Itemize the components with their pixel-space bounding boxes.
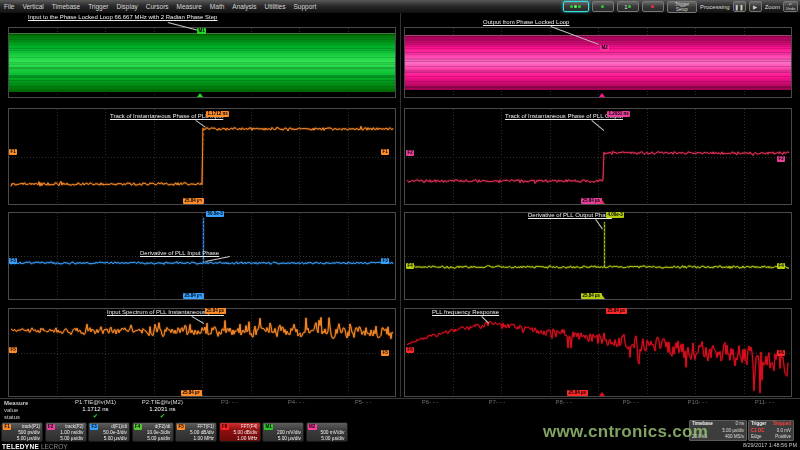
green-dot-icon	[628, 5, 631, 8]
trace-descriptor-f6[interactable]: F6FFT(F4)5.00 dB/div1.00 MHz	[219, 422, 261, 442]
trace-badge: 4.00e-3	[606, 212, 624, 218]
trace-descriptor-f1[interactable]: F1track(P1)500 ps/div5.00 µs/div	[1, 422, 43, 442]
trace-descriptor-m2[interactable]: M2500 mV/div5.00 µs/div	[306, 422, 348, 442]
trace-title: d(F1)/dt	[111, 424, 127, 429]
trace-tab: F5	[177, 424, 185, 430]
trace-badge: F1	[9, 149, 17, 155]
trace-badge: F1	[381, 149, 389, 155]
trace-badge: 25.84 µs	[567, 390, 588, 396]
undo-button[interactable]: ↶ Undo	[783, 1, 798, 12]
trace-tab: F3	[90, 424, 98, 430]
measure-column[interactable]: P8- - -	[530, 399, 597, 421]
trace-tab: F2	[47, 424, 55, 430]
menu-item-measure[interactable]: Measure	[173, 3, 206, 10]
trace-badge: 25.84 µs	[606, 308, 627, 314]
trace-title: FFT(F4)	[241, 424, 258, 429]
trace-badge: F3	[381, 258, 389, 264]
measure-column[interactable]: P10- - -	[664, 399, 731, 421]
menu-item-utilities[interactable]: Utilities	[261, 3, 290, 10]
brand-teledyne: TELEDYNE	[2, 443, 39, 450]
menu-items: FileVerticalTimebaseTriggerDisplayCursor…	[0, 3, 320, 10]
measure-column[interactable]: P5- - -	[330, 399, 397, 421]
trace-badge: 25.84 µs	[205, 308, 226, 314]
trace-hscale: 1.00 MHz	[237, 436, 258, 441]
menu-item-math[interactable]: Math	[206, 3, 228, 10]
measure-row-label: status	[4, 414, 20, 420]
trace-badge: F2	[777, 156, 785, 162]
trace-badge: F5	[9, 347, 17, 353]
trigger-type: Edge	[751, 434, 762, 441]
measure-column[interactable]: P7- - -	[463, 399, 530, 421]
measure-column[interactable]: P11- - -	[731, 399, 798, 421]
processing-label: Processing	[700, 4, 730, 10]
measure-status-check: ✔	[129, 412, 196, 420]
trace-hscale: 5.00 µs/div	[104, 436, 127, 441]
play-button[interactable]: ▶	[749, 1, 762, 12]
timebase-summary-box[interactable]: Timebase 0 ns 5.00 µs/div 20.0 kS 400 MS…	[689, 420, 747, 441]
trace-tab: M2	[308, 424, 317, 430]
panel-label: Track of Instantaneous Phase of PLL Outp…	[505, 113, 623, 119]
trace-badge: 50.0e-3	[206, 211, 224, 217]
toolbar: 1 Trigger Setup Processing ❚❚ ▶ Zoom ↶ U…	[563, 0, 798, 13]
menu-item-file[interactable]: File	[0, 3, 18, 10]
menu-item-trigger[interactable]: Trigger	[84, 3, 112, 10]
measure-column[interactable]: P9- - -	[597, 399, 664, 421]
trace-hscale: 5.00 µs/div	[321, 436, 344, 441]
record-button[interactable]	[642, 1, 664, 12]
trace-badge: 1.1712 ns	[206, 111, 229, 117]
trace-badge: M1	[197, 28, 206, 34]
trace-tab: M1	[264, 424, 273, 430]
trigger-position-marker	[599, 200, 605, 204]
trace-vscale: 500 mV/div	[321, 430, 345, 435]
trace-title: FFT(F1)	[198, 424, 215, 429]
measure-param-name: P9- - -	[597, 399, 664, 405]
measure-param-name: P11- - -	[731, 399, 798, 405]
menu-item-cursors[interactable]: Cursors	[142, 3, 173, 10]
measure-column[interactable]: P1:TIE@lv(M1)1.1712 ns✔	[62, 399, 129, 421]
menu-item-timebase[interactable]: Timebase	[48, 3, 84, 10]
trace-title: d(F2)/dt	[155, 424, 171, 429]
measure-status-check: ✔	[62, 412, 129, 420]
trace-toggle-button[interactable]	[592, 1, 614, 12]
trigger-summary-box[interactable]: Trigger Stopped C1 DC 0.0 mV Edge Positi…	[748, 420, 794, 441]
trace-tab: F4	[134, 424, 142, 430]
measure-param-name: P10- - -	[664, 399, 731, 405]
trigger-position-marker	[599, 392, 605, 396]
trigger-setup-button[interactable]: Trigger Setup	[667, 1, 697, 13]
trace-badge: F3	[9, 258, 17, 264]
measure-column[interactable]: P3- - -	[196, 399, 263, 421]
trigger-position-marker	[197, 93, 203, 97]
trace-badge: F4	[777, 263, 785, 269]
menu-item-vertical[interactable]: Vertical	[18, 3, 47, 10]
trace-title: track(P1)	[22, 424, 40, 429]
trace-descriptor-m1[interactable]: M1200 mV/div5.00 µs/div	[262, 422, 304, 442]
trace-descriptor-f5[interactable]: F5FFT(F1)5.00 dB/div1.00 MHz	[175, 422, 217, 442]
trace-badge: F4	[406, 263, 414, 269]
pause-button[interactable]: ❚❚	[733, 1, 746, 12]
menu-item-analysis[interactable]: Analysis	[228, 3, 260, 10]
trigger-position-marker	[599, 295, 605, 299]
green-dot-icon	[601, 5, 604, 8]
trace-tab: F6	[221, 424, 229, 430]
panel-label: Derivative of PLL Input Phase	[140, 250, 219, 256]
measure-column[interactable]: P4- - -	[263, 399, 330, 421]
trace-one-button[interactable]: 1	[617, 1, 639, 12]
measure-column[interactable]: P6- - -	[397, 399, 464, 421]
zoom-label: Zoom	[765, 4, 780, 10]
menu-item-display[interactable]: Display	[112, 3, 141, 10]
trace-descriptor-f3[interactable]: F3d(F1)/dt50.0e-3/div5.00 µs/div	[88, 422, 130, 442]
measure-param-name: P6- - -	[397, 399, 464, 405]
green-dot-icon	[574, 5, 577, 8]
trace-vscale: 5.00 dB/div	[233, 430, 257, 435]
panel-label: Output from Phase Locked Loop	[483, 19, 569, 25]
measure-param-name: P1:TIE@lv(M1)	[62, 399, 129, 405]
panel-label: Derivative of PLL Output Phase	[528, 212, 612, 218]
trace-hscale: 5.00 µs/div	[278, 436, 301, 441]
trace-descriptor-f2[interactable]: F2track(P2)1.00 ns/div5.00 µs/div	[45, 422, 87, 442]
column-divider	[400, 13, 401, 397]
trace-descriptor-f4[interactable]: F4d(F2)/dt10.0e-3/div5.00 µs/div	[132, 422, 174, 442]
display-grid-button[interactable]	[563, 1, 589, 12]
measure-column[interactable]: P2:TIE@lv(M2)1.2031 ns✔	[129, 399, 196, 421]
trace-badge: F6	[406, 347, 414, 353]
menu-item-support[interactable]: Support	[289, 3, 320, 10]
